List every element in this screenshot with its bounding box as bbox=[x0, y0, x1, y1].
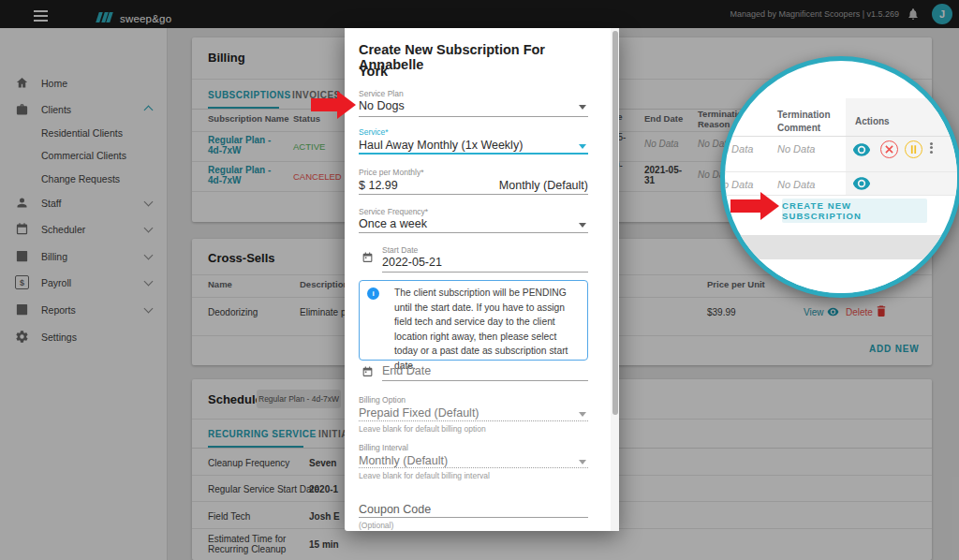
price-suffix: Monthly (Default) bbox=[499, 179, 588, 192]
dropdown-caret-icon[interactable] bbox=[579, 223, 586, 228]
billing-interval-select[interactable]: Monthly (Default) bbox=[359, 454, 448, 467]
pause-icon[interactable] bbox=[905, 140, 922, 158]
start-date-label: Start Date bbox=[382, 245, 418, 255]
billing-option-select[interactable]: Prepaid Fixed (Default) bbox=[359, 406, 480, 420]
service-plan-label: Service Plan bbox=[359, 89, 404, 98]
view-eye-icon[interactable] bbox=[852, 143, 871, 156]
billing-option-label: Billing Option bbox=[359, 395, 406, 405]
more-options-kebab-icon[interactable] bbox=[929, 140, 934, 155]
service-select[interactable]: Haul Away Monthly (1x Weekly) bbox=[359, 139, 523, 152]
billing-option-helper: Leave blank for default billing option bbox=[359, 424, 486, 434]
billing-interval-helper: Leave blank for default billing interval bbox=[359, 471, 490, 480]
price-label: Price per Monthly* bbox=[359, 168, 423, 177]
service-frequency-select[interactable]: Once a week bbox=[359, 217, 427, 230]
termination-reason-cell: No Data bbox=[720, 143, 753, 155]
termination-comment-cell: No Data bbox=[777, 179, 815, 190]
modal-title-line1: Create New Subscription For Annabelle bbox=[359, 42, 607, 72]
billing-interval-label: Billing Interval bbox=[359, 443, 408, 452]
pending-info-text: The client subscription will be PENDING … bbox=[394, 286, 582, 373]
coupon-code-input[interactable]: Coupon Code bbox=[359, 503, 431, 516]
end-date-input[interactable]: End Date bbox=[382, 364, 431, 377]
dropdown-caret-icon[interactable] bbox=[579, 460, 586, 464]
zoom-callout-circle: Termination Comment Actions No Data No D… bbox=[720, 56, 959, 298]
price-input[interactable]: $ 12.99 bbox=[359, 179, 398, 192]
service-frequency-label: Service Frequency* bbox=[359, 207, 428, 216]
pending-info-box: i The client subscription will be PENDIN… bbox=[359, 280, 588, 361]
coupon-helper: (Optional) bbox=[359, 521, 393, 530]
dropdown-caret-icon[interactable] bbox=[579, 412, 586, 417]
col-header-termination-comment-line1: Termination bbox=[777, 110, 830, 120]
col-header-termination-comment-line2: Comment bbox=[777, 123, 820, 133]
dropdown-caret-icon[interactable] bbox=[579, 105, 586, 110]
app-screen: sweep&go Managed by Magnificent Scoopers… bbox=[0, 0, 959, 560]
info-icon: i bbox=[367, 287, 379, 300]
modal-scrollbar-thumb[interactable] bbox=[612, 31, 618, 415]
col-header-actions: Actions bbox=[855, 116, 890, 126]
create-subscription-modal: Create New Subscription For Annabelle Yo… bbox=[345, 28, 619, 531]
calendar-icon[interactable] bbox=[361, 251, 374, 264]
service-label: Service* bbox=[359, 127, 389, 137]
dropdown-caret-icon[interactable] bbox=[579, 144, 586, 149]
create-new-subscription-button[interactable]: CREATE NEW SUBSCRIPTION bbox=[782, 199, 927, 223]
modal-title-line2: York bbox=[359, 64, 388, 79]
card-gap-band bbox=[725, 235, 957, 259]
view-eye-icon[interactable] bbox=[852, 177, 871, 190]
termination-reason-cell: No Data bbox=[720, 179, 753, 190]
cancel-x-icon[interactable] bbox=[880, 140, 898, 158]
service-plan-select[interactable]: No Dogs bbox=[359, 99, 405, 112]
calendar-icon[interactable] bbox=[361, 365, 374, 378]
termination-comment-cell: No Data bbox=[777, 143, 815, 155]
start-date-input[interactable]: 2022-05-21 bbox=[382, 256, 442, 269]
